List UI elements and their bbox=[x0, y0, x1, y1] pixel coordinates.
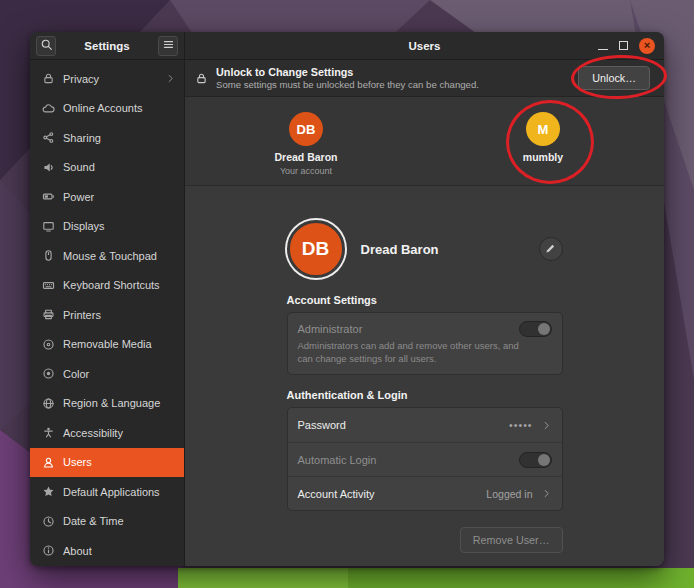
administrator-toggle[interactable] bbox=[519, 321, 552, 337]
sidebar-item-displays[interactable]: Displays bbox=[30, 212, 184, 242]
sidebar-item-label: Date & Time bbox=[63, 515, 176, 527]
window-controls: × bbox=[598, 32, 655, 59]
share-icon bbox=[42, 131, 55, 144]
sidebar-item-online-accounts[interactable]: Online Accounts bbox=[30, 94, 184, 124]
sidebar-item-label: About bbox=[63, 545, 176, 557]
close-button[interactable]: × bbox=[639, 38, 655, 54]
automatic-login-toggle[interactable] bbox=[519, 452, 552, 468]
sidebar-item-accessibility[interactable]: Accessibility bbox=[30, 418, 184, 448]
unlock-bar-title: Unlock to Change Settings bbox=[216, 65, 570, 79]
sidebar-item-default-applications[interactable]: Default Applications bbox=[30, 477, 184, 507]
password-row[interactable]: Password••••• bbox=[288, 408, 562, 442]
clock-icon bbox=[42, 515, 55, 528]
user-name: Dread Baron bbox=[274, 151, 337, 163]
pencil-icon bbox=[544, 242, 557, 257]
sidebar-item-power[interactable]: Power bbox=[30, 182, 184, 212]
profile-row: DB Dread Baron bbox=[287, 220, 563, 278]
unlock-bar-text: Unlock to Change Settings Some settings … bbox=[216, 65, 570, 92]
user-avatar: M bbox=[526, 112, 560, 146]
chevron-right-icon bbox=[541, 488, 552, 499]
account-settings-heading: Account Settings bbox=[287, 294, 563, 306]
sidebar-item-label: Printers bbox=[63, 309, 176, 321]
lock-icon bbox=[195, 72, 208, 85]
sidebar-item-sharing[interactable]: Sharing bbox=[30, 123, 184, 153]
menu-button[interactable] bbox=[158, 36, 178, 56]
sidebar: PrivacyOnline AccountsSharingSoundPowerD… bbox=[30, 60, 185, 566]
settings-window: Settings Users × PrivacyOnline AccountsS… bbox=[30, 32, 664, 566]
user-carousel: DBDread BaronYour accountMmumbly bbox=[185, 97, 664, 186]
sidebar-item-label: Sound bbox=[63, 161, 176, 173]
auth-list: Password•••••Automatic LoginAccount Acti… bbox=[287, 407, 563, 511]
globe-icon bbox=[42, 397, 55, 410]
sidebar-item-users[interactable]: Users bbox=[30, 448, 184, 478]
sidebar-item-privacy[interactable]: Privacy bbox=[30, 64, 184, 94]
sidebar-titlebar: Settings bbox=[30, 32, 185, 60]
sidebar-item-label: Privacy bbox=[63, 73, 157, 85]
edit-avatar-button[interactable] bbox=[539, 237, 563, 261]
main-titlebar: Users × bbox=[185, 32, 664, 60]
unlock-button[interactable]: Unlock… bbox=[578, 66, 650, 90]
sidebar-item-label: Mouse & Touchpad bbox=[63, 250, 176, 262]
user-mumbly[interactable]: Mmumbly bbox=[503, 112, 583, 163]
hamburger-icon bbox=[162, 38, 175, 53]
info-icon bbox=[42, 544, 55, 557]
search-button[interactable] bbox=[36, 36, 56, 56]
sidebar-item-label: Removable Media bbox=[63, 338, 176, 350]
remove-user-button[interactable]: Remove User… bbox=[460, 527, 563, 553]
row-value: ••••• bbox=[509, 419, 532, 431]
row-value: Logged in bbox=[486, 488, 532, 500]
mouse-icon bbox=[42, 249, 55, 262]
sidebar-item-keyboard-shortcuts[interactable]: Keyboard Shortcuts bbox=[30, 271, 184, 301]
printer-icon bbox=[42, 308, 55, 321]
administrator-box: Administrator Administrators can add and… bbox=[287, 312, 563, 375]
star-icon bbox=[42, 485, 55, 498]
chevron-right-icon bbox=[541, 420, 552, 431]
administrator-label: Administrator bbox=[298, 323, 519, 335]
sidebar-item-label: Sharing bbox=[63, 132, 176, 144]
settings-title: Settings bbox=[62, 40, 152, 52]
account-panel: DB Dread Baron Account Settings Administ… bbox=[185, 186, 664, 566]
sidebar-item-label: Online Accounts bbox=[63, 102, 176, 114]
keyboard-icon bbox=[42, 279, 55, 292]
sidebar-item-about[interactable]: About bbox=[30, 536, 184, 566]
cloud-icon bbox=[42, 102, 55, 115]
sidebar-item-label: Power bbox=[63, 191, 176, 203]
profile-avatar: DB bbox=[287, 220, 345, 278]
automatic-login-row[interactable]: Automatic Login bbox=[288, 442, 562, 476]
accessibility-icon bbox=[42, 426, 55, 439]
sidebar-item-printers[interactable]: Printers bbox=[30, 300, 184, 330]
sidebar-item-removable-media[interactable]: Removable Media bbox=[30, 330, 184, 360]
chevron-right-icon bbox=[165, 73, 176, 84]
sidebar-item-region-language[interactable]: Region & Language bbox=[30, 389, 184, 419]
sidebar-item-label: Displays bbox=[63, 220, 176, 232]
maximize-button[interactable] bbox=[619, 41, 628, 50]
sidebar-item-sound[interactable]: Sound bbox=[30, 153, 184, 183]
administrator-description: Administrators can add and remove other … bbox=[298, 340, 530, 365]
user-subtitle: Your account bbox=[280, 166, 332, 176]
search-icon bbox=[40, 38, 53, 53]
profile-name: Dread Baron bbox=[361, 242, 523, 257]
color-icon bbox=[42, 367, 55, 380]
account-activity-row[interactable]: Account ActivityLogged in bbox=[288, 476, 562, 510]
minimize-button[interactable] bbox=[598, 41, 608, 50]
unlock-bar-subtitle: Some settings must be unlocked before th… bbox=[216, 79, 570, 91]
sound-icon bbox=[42, 161, 55, 174]
sidebar-item-label: Users bbox=[63, 456, 176, 468]
page-title: Users bbox=[409, 40, 441, 52]
user-dread-baron[interactable]: DBDread BaronYour account bbox=[266, 112, 346, 176]
sidebar-item-label: Keyboard Shortcuts bbox=[63, 279, 176, 291]
row-label: Account Activity bbox=[298, 488, 487, 500]
auth-heading: Authentication & Login bbox=[287, 389, 563, 401]
sidebar-item-mouse-touchpad[interactable]: Mouse & Touchpad bbox=[30, 241, 184, 271]
user-name: mumbly bbox=[523, 151, 563, 163]
disc-icon bbox=[42, 338, 55, 351]
row-label: Password bbox=[298, 419, 510, 431]
users-panel: Unlock to Change Settings Some settings … bbox=[185, 60, 664, 566]
sidebar-item-label: Color bbox=[63, 368, 176, 380]
sidebar-item-color[interactable]: Color bbox=[30, 359, 184, 389]
users-icon bbox=[42, 456, 55, 469]
titlebar[interactable]: Settings Users × bbox=[30, 32, 664, 60]
displays-icon bbox=[42, 220, 55, 233]
sidebar-item-date-time[interactable]: Date & Time bbox=[30, 507, 184, 537]
desktop: Settings Users × PrivacyOnline AccountsS… bbox=[0, 0, 694, 588]
